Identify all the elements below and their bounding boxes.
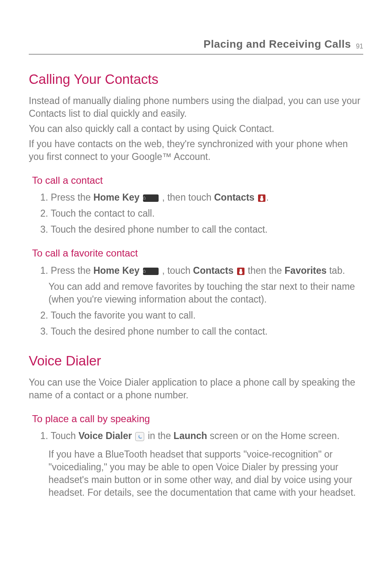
section-heading: Voice Dialer bbox=[29, 352, 363, 370]
section-intro: Instead of manually dialing phone number… bbox=[29, 95, 363, 163]
step-text: then the bbox=[245, 265, 285, 276]
key-label: Home Key bbox=[93, 265, 139, 276]
step-subtext: If you have a BlueTooth headset that sup… bbox=[48, 448, 363, 499]
section-heading: Calling Your Contacts bbox=[29, 70, 363, 89]
step-text: 1. Touch bbox=[40, 430, 78, 441]
step-item: 1. Press the Home Key , then touch Conta… bbox=[48, 191, 363, 204]
step-item: 2. Touch the contact to call. bbox=[48, 207, 363, 220]
intro-line: You can use the Voice Dialer application… bbox=[29, 376, 363, 402]
page-header: Placing and Receiving Calls 91 bbox=[29, 37, 363, 55]
home-key-icon bbox=[143, 194, 159, 202]
section-voice-dialer: Voice Dialer You can use the Voice Diale… bbox=[29, 352, 363, 499]
step-text: , then touch bbox=[159, 192, 214, 203]
step-item: 3. Touch the desired phone number to cal… bbox=[48, 325, 363, 338]
intro-line: Instead of manually dialing phone number… bbox=[29, 95, 363, 120]
section-intro: You can use the Voice Dialer application… bbox=[29, 376, 363, 402]
key-label: Launch bbox=[173, 430, 207, 441]
step-text: , touch bbox=[159, 265, 193, 276]
step-text: . bbox=[266, 192, 269, 203]
subsection-heading: To call a contact bbox=[32, 174, 363, 187]
step-text: 1. Press the bbox=[40, 265, 93, 276]
step-text: screen or on the Home screen. bbox=[207, 430, 339, 441]
step-item: 1. Touch Voice Dialer in the Launch scre… bbox=[48, 430, 363, 442]
key-label: Contacts bbox=[214, 192, 254, 203]
key-label: Home Key bbox=[93, 192, 139, 203]
contacts-icon bbox=[258, 194, 265, 202]
step-item: 3. Touch the desired phone number to cal… bbox=[48, 223, 363, 236]
page-number: 91 bbox=[356, 42, 363, 51]
subsection-heading: To call a favorite contact bbox=[32, 247, 363, 260]
header-title: Placing and Receiving Calls bbox=[203, 37, 351, 51]
voice-dialer-icon bbox=[135, 432, 144, 441]
key-label: Voice Dialer bbox=[78, 430, 132, 441]
contacts-icon bbox=[237, 268, 244, 275]
step-item: 1. Press the Home Key , touch Contacts t… bbox=[48, 264, 363, 277]
step-item: 2. Touch the favorite you want to call. bbox=[48, 309, 363, 322]
step-text: in the bbox=[145, 430, 173, 441]
section-calling-contacts: Calling Your Contacts Instead of manuall… bbox=[29, 70, 363, 338]
intro-line: You can also quickly call a contact by u… bbox=[29, 123, 363, 135]
step-text: tab. bbox=[327, 265, 345, 276]
key-label: Favorites bbox=[285, 265, 327, 276]
subsection-heading: To place a call by speaking bbox=[32, 412, 363, 425]
step-subtext: You can add and remove favorites by touc… bbox=[48, 280, 363, 306]
home-key-icon bbox=[143, 268, 159, 275]
intro-line: If you have contacts on the web, they're… bbox=[29, 138, 363, 163]
key-label: Contacts bbox=[193, 265, 233, 276]
step-text: 1. Press the bbox=[40, 192, 93, 203]
